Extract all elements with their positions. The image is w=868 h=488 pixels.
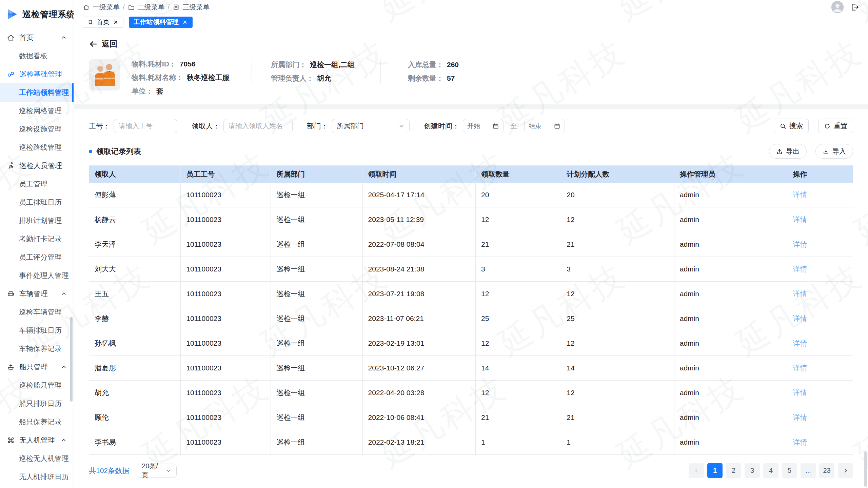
sidebar-item[interactable]: 船只管理 [0,358,74,376]
avatar[interactable] [831,1,844,13]
app-logo: 巡检管理系统 [0,0,74,28]
sidebar-item[interactable]: 无人机保养记录 [0,486,74,488]
field-label: 管理负责人： [271,74,314,83]
sidebar-scrollbar[interactable] [70,317,73,402]
sidebar-item[interactable]: 考勤打卡记录 [0,230,74,248]
sidebar: 巡检管理系统 首页 数据看板 巡检基础管理 [0,0,74,488]
breadcrumb-icon [128,4,135,11]
breadcrumb-label: 二级菜单 [138,3,165,12]
filter-dept: 部门： 所属部门 [307,119,410,133]
search-button[interactable]: 搜索 [774,119,809,133]
detail-link[interactable]: 详情 [793,265,807,273]
chevron-up-icon[interactable] [61,364,67,370]
field-value: 巡检一组,二组 [310,60,355,69]
detail-link[interactable]: 详情 [793,240,807,248]
dept-select[interactable]: 所属部门 [332,119,410,133]
sidebar-item[interactable]: 员工评分管理 [0,248,74,266]
next-page-button[interactable] [838,463,853,478]
chevron-up-icon[interactable] [61,291,67,297]
material-stock-fields: 入库总量： 260 剩余数量： 57 [380,59,459,83]
cell-admin: admin [674,405,787,430]
breadcrumb-item[interactable]: 三级菜单 [173,3,210,12]
cell-receiver: 胡允 [89,381,181,405]
logout-icon[interactable] [850,3,859,12]
detail-link[interactable]: 详情 [793,339,807,347]
detail-link[interactable]: 详情 [793,438,807,446]
emp-no-label: 工号： [89,121,110,131]
sidebar-item[interactable]: 船只保养记录 [0,413,74,431]
table-row: 胡允 101100023 巡检一组 2022-04-20 03:28 12 12… [89,381,853,405]
cell-receiver: 孙忆枫 [89,331,181,356]
sidebar-item[interactable]: 巡检网格管理 [0,102,74,120]
page-number-button[interactable]: 5 [782,463,797,478]
chevron-up-icon[interactable] [61,437,67,443]
sidebar-item[interactable]: 巡检人员管理 [0,157,74,175]
sidebar-item[interactable]: 排班计划管理 [0,211,74,230]
end-date-picker[interactable]: 结束 [524,119,565,133]
close-icon[interactable] [113,19,119,25]
chevron-up-icon[interactable] [66,163,67,169]
start-date-picker[interactable]: 开始 [463,119,504,133]
import-button[interactable]: 导入 [815,144,853,159]
page-number-button[interactable]: 2 [726,463,741,478]
page-number-button[interactable]: 1 [707,463,723,478]
sidebar-item[interactable]: 车辆保养记录 [0,340,74,358]
reset-button[interactable]: 重置 [818,119,853,133]
cell-receiver: 刘大大 [89,257,181,282]
sidebar-item[interactable]: 车辆排班日历 [0,321,74,340]
tab[interactable]: 工作站领料管理 [129,17,193,28]
window-scrollbar[interactable] [864,451,867,487]
cell-qty: 14 [476,356,561,381]
chevron-right-icon [843,468,849,474]
cell-receiver: 杨静云 [89,207,181,232]
detail-link[interactable]: 详情 [793,389,807,396]
chevron-up-icon[interactable] [61,35,67,41]
sidebar-item[interactable]: 首页 [0,28,74,47]
page-number-button[interactable]: 23 [819,463,834,478]
page-size-select[interactable]: 20条/页 [137,464,177,478]
emp-no-input[interactable] [114,119,177,133]
list-section-header: 领取记录列表 导出 导入 [89,144,853,159]
detail-link[interactable]: 详情 [793,290,807,298]
back-button[interactable]: 返回 [89,39,117,49]
sidebar-item[interactable]: 巡检船只管理 [0,376,74,394]
sidebar-item[interactable]: 巡检无人机管理 [0,449,74,468]
breadcrumb-separator: / [123,3,125,11]
sidebar-item[interactable]: 员工管理 [0,175,74,193]
export-button[interactable]: 导出 [769,144,807,159]
page-number-button[interactable]: 3 [745,463,760,478]
sidebar-item[interactable]: 无人机排班日历 [0,468,74,486]
chevron-up-icon[interactable] [66,71,67,77]
sidebar-item[interactable]: 数据看板 [0,47,74,65]
page-number-button[interactable]: ... [801,463,816,478]
close-icon[interactable] [182,19,188,25]
sidebar-item[interactable]: 船只排班日历 [0,394,74,413]
detail-link[interactable]: 详情 [793,413,807,421]
sidebar-item[interactable]: 事件处理人管理 [0,266,74,285]
sidebar-item[interactable]: 无人机管理 [0,431,74,449]
sidebar-item[interactable]: 员工排班日历 [0,193,74,211]
detail-link[interactable]: 详情 [793,216,807,223]
sidebar-item[interactable]: 工作站领料管理 [0,83,74,102]
sidebar-item[interactable]: 车辆管理 [0,285,74,303]
detail-link[interactable]: 详情 [793,314,807,322]
prev-page-button[interactable] [689,463,704,478]
sidebar-item-icon [7,70,15,78]
cell-emp-no: 101100023 [181,381,271,405]
pager: 1 2 3 4 5 ... 23 [689,463,853,478]
sidebar-item[interactable]: 巡检路线管理 [0,138,74,157]
breadcrumb-item[interactable]: 一级菜单 [83,3,120,12]
breadcrumb-item[interactable]: 二级菜单 [128,3,165,12]
sidebar-item[interactable]: 巡检基础管理 [0,65,74,83]
page-number-button[interactable]: 4 [763,463,778,478]
cell-plan: 12 [561,331,674,356]
cell-plan: 21 [561,405,674,430]
export-label: 导出 [786,147,800,156]
cell-time: 2023-07-21 19:08 [362,282,475,306]
receiver-input[interactable] [223,119,293,133]
detail-link[interactable]: 详情 [793,364,807,372]
sidebar-item[interactable]: 巡检设施管理 [0,120,74,138]
sidebar-item[interactable]: 巡检车辆管理 [0,303,74,321]
tab[interactable]: 首页 [83,17,123,28]
detail-link[interactable]: 详情 [793,191,807,199]
